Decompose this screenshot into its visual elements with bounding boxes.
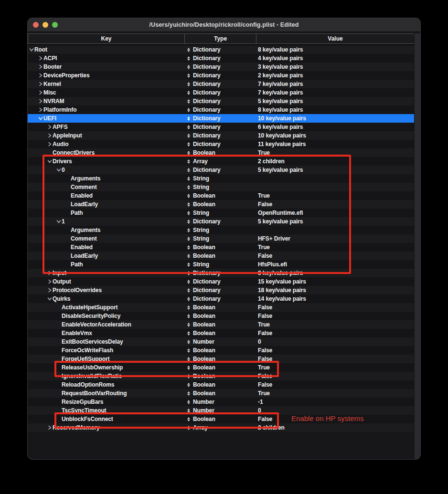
disclosure-triangle-icon[interactable] (56, 322, 62, 327)
disclosure-triangle-icon[interactable] (56, 339, 62, 345)
table-row[interactable]: AppleInput Dictionary 10 key/value pairs (28, 131, 414, 140)
value-cell[interactable]: 7 key/value pairs (256, 88, 414, 97)
value-cell[interactable]: True (256, 243, 414, 252)
table-row[interactable]: Path String HfsPlus.efi (28, 260, 414, 269)
disclosure-triangle-icon[interactable] (65, 201, 71, 207)
table-row[interactable]: ProtocolOverrides Dictionary 18 key/valu… (28, 286, 414, 294)
table-row[interactable]: ResizeGpuBars Number -1 (28, 398, 414, 406)
disclosure-triangle-icon[interactable] (47, 287, 53, 293)
scrollbar-track[interactable] (414, 33, 420, 459)
value-cell[interactable] (256, 226, 414, 234)
value-cell[interactable]: False (256, 329, 414, 337)
table-row[interactable]: Comment String (28, 183, 414, 191)
disclosure-triangle-icon[interactable] (56, 408, 62, 413)
type-popup[interactable]: String (184, 174, 256, 183)
table-row[interactable]: ActivateHpetSupport Boolean False (28, 303, 414, 312)
value-cell[interactable]: True (256, 148, 414, 157)
value-cell[interactable]: True (256, 363, 414, 372)
type-popup[interactable]: Array (184, 423, 256, 432)
type-popup[interactable]: Boolean (184, 363, 256, 372)
value-cell[interactable]: 18 key/value pairs (256, 286, 414, 294)
table-row[interactable]: Comment String HFS+ Driver (28, 234, 414, 243)
column-header-key[interactable]: Key (28, 34, 184, 43)
value-cell[interactable] (256, 183, 414, 191)
disclosure-triangle-icon[interactable] (65, 227, 71, 233)
table-row[interactable]: PlatformInfo Dictionary 8 key/value pair… (28, 105, 414, 114)
type-popup[interactable]: Boolean (184, 355, 256, 363)
type-popup[interactable]: Dictionary (184, 166, 256, 174)
disclosure-triangle-icon[interactable] (29, 47, 34, 53)
table-row[interactable]: Audio Dictionary 11 key/value pairs (28, 140, 414, 148)
value-cell[interactable]: False (256, 380, 414, 389)
disclosure-triangle-icon[interactable] (56, 219, 62, 224)
table-row[interactable]: NVRAM Dictionary 5 key/value pairs (28, 97, 414, 105)
zoom-button[interactable] (52, 22, 58, 28)
disclosure-triangle-icon[interactable] (65, 184, 71, 190)
disclosure-triangle-icon[interactable] (56, 347, 62, 353)
type-popup[interactable]: String (184, 234, 256, 243)
type-popup[interactable]: Dictionary (184, 277, 256, 286)
disclosure-triangle-icon[interactable] (38, 98, 43, 104)
value-cell[interactable]: False (256, 372, 414, 380)
disclosure-triangle-icon[interactable] (38, 90, 43, 95)
disclosure-triangle-icon[interactable] (47, 124, 53, 130)
table-row[interactable]: Drivers Array 2 children (28, 157, 414, 166)
table-row[interactable]: Input Dictionary 8 key/value pairs (28, 269, 414, 277)
disclosure-triangle-icon[interactable] (56, 313, 62, 319)
type-popup[interactable]: Dictionary (184, 123, 256, 131)
value-cell[interactable]: 2 children (256, 157, 414, 166)
table-row[interactable]: ReloadOptionRoms Boolean False (28, 380, 414, 389)
disclosure-triangle-icon[interactable] (56, 382, 62, 388)
value-cell[interactable]: False (256, 355, 414, 363)
type-popup[interactable]: Dictionary (184, 88, 256, 97)
value-cell[interactable]: True (256, 389, 414, 398)
disclosure-triangle-icon[interactable] (38, 64, 43, 70)
type-popup[interactable]: String (184, 260, 256, 269)
table-row[interactable]: Enabled Boolean True (28, 191, 414, 200)
value-cell[interactable]: HfsPlus.efi (256, 260, 414, 269)
type-popup[interactable]: Boolean (184, 389, 256, 398)
disclosure-triangle-icon[interactable] (56, 373, 62, 379)
type-popup[interactable]: Number (184, 406, 256, 415)
value-cell[interactable]: 5 key/value pairs (256, 97, 414, 105)
value-cell[interactable] (256, 174, 414, 183)
table-row[interactable]: UnblockFsConnect Boolean False (28, 415, 414, 423)
value-cell[interactable]: 2 children (256, 423, 414, 432)
type-popup[interactable]: Dictionary (184, 63, 256, 71)
disclosure-triangle-icon[interactable] (56, 305, 62, 310)
value-cell[interactable]: 14 key/value pairs (256, 294, 414, 303)
value-cell[interactable]: 8 key/value pairs (256, 269, 414, 277)
type-popup[interactable]: String (184, 183, 256, 191)
disclosure-triangle-icon[interactable] (47, 425, 53, 431)
value-cell[interactable]: False (256, 415, 414, 423)
disclosure-triangle-icon[interactable] (56, 356, 62, 362)
table-row[interactable]: Path String OpenRuntime.efi (28, 209, 414, 217)
value-cell[interactable]: -1 (256, 398, 414, 406)
table-row[interactable]: ConnectDrivers Boolean True (28, 148, 414, 157)
disclosure-triangle-icon[interactable] (65, 244, 71, 250)
disclosure-triangle-icon[interactable] (65, 210, 71, 216)
minimize-button[interactable] (43, 22, 48, 28)
disclosure-triangle-icon[interactable] (65, 236, 71, 242)
disclosure-triangle-icon[interactable] (38, 73, 43, 78)
disclosure-triangle-icon[interactable] (56, 416, 62, 422)
table-row[interactable]: Booter Dictionary 3 key/value pairs (28, 63, 414, 71)
disclosure-triangle-icon[interactable] (65, 193, 71, 199)
type-popup[interactable]: Number (184, 337, 256, 346)
table-row[interactable]: ForgeUefiSupport Boolean False (28, 355, 414, 363)
value-cell[interactable]: 10 key/value pairs (256, 114, 414, 123)
type-popup[interactable]: Number (184, 398, 256, 406)
value-cell[interactable]: True (256, 320, 414, 329)
type-popup[interactable]: Boolean (184, 191, 256, 200)
type-popup[interactable]: Boolean (184, 243, 256, 252)
disclosure-triangle-icon[interactable] (47, 296, 53, 302)
disclosure-triangle-icon[interactable] (38, 107, 43, 113)
type-popup[interactable]: Dictionary (184, 294, 256, 303)
table-row[interactable]: ForceOcWriteFlash Boolean False (28, 346, 414, 355)
table-row[interactable]: Root Dictionary 8 key/value pairs (28, 45, 414, 54)
table-row[interactable]: Enabled Boolean True (28, 243, 414, 252)
table-row[interactable]: EnableVmx Boolean False (28, 329, 414, 337)
table-row[interactable]: ExitBootServicesDelay Number 0 (28, 337, 414, 346)
table-row[interactable]: DisableSecurityPolicy Boolean False (28, 312, 414, 320)
disclosure-triangle-icon[interactable] (38, 55, 43, 61)
